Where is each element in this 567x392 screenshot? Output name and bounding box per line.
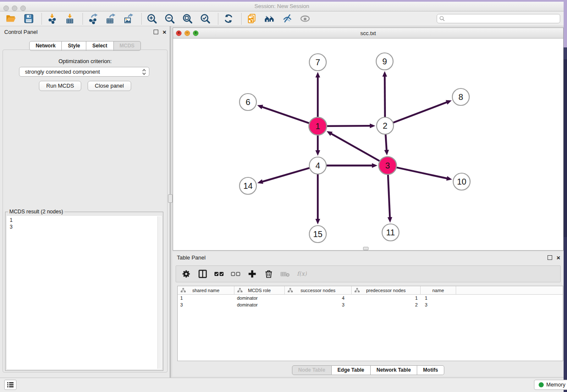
toolbar-separator: [218, 13, 218, 25]
network-close-button[interactable]: ×: [176, 30, 182, 36]
graph-node-11[interactable]: 11: [382, 224, 399, 241]
graph-node-6[interactable]: 6: [239, 94, 256, 110]
edge-2-8[interactable]: [385, 100, 451, 126]
graph-node-14[interactable]: 14: [239, 177, 256, 194]
table-row[interactable]: 1dominator411: [178, 295, 563, 301]
table-settings-gear-icon[interactable]: [181, 269, 191, 279]
graph-node-10[interactable]: 10: [453, 173, 470, 190]
float-table-panel-icon[interactable]: [548, 255, 552, 260]
search-box: [437, 14, 560, 23]
column-header-MCDS-role[interactable]: MCDS role: [234, 286, 285, 294]
graph-node-9[interactable]: 9: [376, 53, 393, 70]
cell-shared-name: 3: [178, 301, 234, 308]
save-icon[interactable]: [23, 13, 34, 25]
svg-text:f(x): f(x): [297, 271, 307, 277]
column-header-name[interactable]: name: [421, 286, 456, 294]
close-panel-button[interactable]: Close panel: [88, 81, 131, 91]
svg-text:11: 11: [386, 228, 395, 237]
function-builder-icon-disabled: f(x): [297, 269, 307, 279]
export-network-icon[interactable]: [87, 13, 99, 25]
import-network-icon[interactable]: [46, 13, 58, 25]
vertical-splitter-handle[interactable]: [168, 194, 173, 203]
delete-column-trash-icon[interactable]: [264, 269, 274, 279]
zoom-in-icon[interactable]: [146, 13, 157, 25]
svg-text:8: 8: [458, 92, 463, 102]
table-panel-tabs: Node TableEdge TableNetwork TableMotifs: [173, 365, 564, 375]
network-graph[interactable]: 7968124314101511: [173, 39, 563, 250]
optimization-select[interactable]: strongly connected component: [19, 67, 149, 77]
zoom-selected-icon[interactable]: [199, 13, 211, 25]
result-scrollbar[interactable]: [157, 216, 161, 369]
minimize-window-button[interactable]: [12, 6, 17, 11]
task-history-button[interactable]: [4, 380, 17, 390]
export-table-icon[interactable]: [105, 13, 116, 25]
table-tab-motifs[interactable]: Motifs: [417, 365, 444, 375]
edge-3-10[interactable]: [388, 166, 452, 181]
export-image-icon[interactable]: [123, 13, 134, 25]
network-canvas[interactable]: 7968124314101511: [173, 39, 563, 250]
close-window-button[interactable]: [3, 6, 9, 11]
delete-table-icon-disabled: [280, 269, 290, 279]
show-details-icon[interactable]: [299, 13, 311, 25]
graph-node-3[interactable]: 3: [379, 157, 396, 174]
close-panel-icon[interactable]: ×: [162, 30, 166, 34]
mcds-result-fieldset: MCDS result (2 nodes) 1 3: [5, 209, 163, 371]
main-toolbar: [0, 11, 564, 26]
svg-text:10: 10: [457, 177, 466, 186]
zoom-fit-icon[interactable]: [182, 13, 193, 25]
create-column-plus-icon[interactable]: [247, 269, 257, 279]
edge-3-1[interactable]: [327, 131, 388, 166]
svg-text:2: 2: [383, 121, 387, 130]
column-header-predecessor-nodes[interactable]: predecessor nodes: [352, 286, 421, 294]
cell-predecessor-nodes: 2: [352, 301, 421, 308]
refresh-layout-icon[interactable]: [223, 13, 234, 25]
hide-details-icon[interactable]: [281, 13, 293, 25]
horizontal-splitter-handle[interactable]: [363, 247, 369, 250]
float-panel-icon[interactable]: [154, 30, 158, 34]
toggle-column-panel-icon[interactable]: [198, 269, 208, 279]
column-header-shared-name[interactable]: shared name: [178, 286, 234, 294]
edge-1-6[interactable]: [257, 105, 318, 126]
graph-node-7[interactable]: 7: [309, 54, 326, 71]
search-input[interactable]: [437, 14, 560, 23]
edge-4-14[interactable]: [257, 166, 318, 184]
graph-node-15[interactable]: 15: [309, 226, 326, 243]
network-zoom-button[interactable]: +: [193, 30, 198, 36]
run-mcds-button[interactable]: Run MCDS: [39, 81, 81, 91]
unselect-all-columns-icon[interactable]: [231, 269, 241, 279]
session-titlebar: Session: New Session: [0, 2, 564, 11]
graph-node-8[interactable]: 8: [452, 88, 469, 105]
table-tab-network-table[interactable]: Network Table: [371, 365, 417, 375]
svg-text:9: 9: [382, 57, 387, 66]
clone-network-icon[interactable]: [246, 13, 257, 25]
import-table-icon[interactable]: [64, 13, 75, 25]
table-tab-node-table[interactable]: Node Table: [292, 365, 332, 375]
close-table-panel-icon[interactable]: ×: [556, 255, 560, 260]
edge-4-3[interactable]: [318, 163, 377, 168]
network-minimize-button[interactable]: –: [184, 30, 190, 36]
cell-shared-name: 1: [178, 295, 234, 301]
memory-button[interactable]: Memory: [534, 380, 567, 390]
graph-node-2[interactable]: 2: [377, 117, 394, 134]
toolbar-separator: [241, 13, 242, 25]
control-panel-title: Control Panel: [4, 29, 154, 35]
graph-node-1[interactable]: 1: [309, 117, 327, 135]
network-view-window: scc.txt × – + 7968124314101511: [173, 28, 564, 251]
toolbar-separator: [141, 13, 142, 25]
open-folder-icon[interactable]: [5, 13, 17, 25]
table-tab-edge-table[interactable]: Edge Table: [332, 365, 371, 375]
mcds-result-box: 1 3: [7, 216, 162, 369]
node-table: shared nameMCDS rolesuccessor nodesprede…: [177, 286, 563, 361]
table-row[interactable]: 3dominator323: [178, 301, 563, 308]
column-header-successor-nodes[interactable]: successor nodes: [285, 286, 352, 294]
zoom-out-icon[interactable]: [164, 13, 175, 25]
graph-node-4[interactable]: 4: [309, 157, 326, 174]
network-window-title: scc.txt: [173, 30, 563, 36]
svg-text:7: 7: [315, 58, 320, 67]
svg-text:3: 3: [385, 161, 390, 170]
network-overview-icon[interactable]: [264, 13, 275, 25]
column-attribute-icon: [355, 288, 360, 293]
control-panel-header: Control Panel ×: [0, 26, 170, 37]
select-all-columns-icon[interactable]: [214, 269, 224, 279]
zoom-window-button[interactable]: [20, 6, 26, 11]
